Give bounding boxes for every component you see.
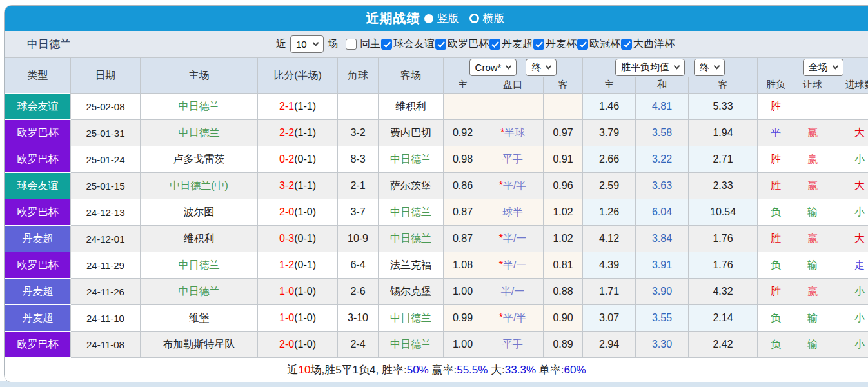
league-checkbox-5[interactable] [621, 39, 632, 50]
league-checkbox-1[interactable] [435, 39, 446, 50]
handicap-line-text: 半/一 [503, 233, 526, 244]
vertical-layout-radio[interactable] [424, 14, 433, 23]
league-label-4[interactable]: 欧冠杯 [589, 37, 620, 51]
cell-result: 负 [758, 332, 794, 358]
same-home-checkbox[interactable] [346, 39, 357, 50]
cell-away-team[interactable]: 费内巴切 [379, 120, 444, 146]
cell-home-team[interactable]: 布加勒斯特星队 [141, 332, 258, 358]
col-header-date: 日期 [71, 58, 141, 94]
match-row-5: 丹麦超24-12-01维积利0-3(0-1)10-9中日德兰0.87*半/一1.… [5, 226, 868, 252]
cell-goals-result: 大 [831, 120, 868, 146]
fulltime-score: 0-3 [279, 233, 294, 244]
cell-away-team[interactable]: 中日德兰 [379, 305, 444, 332]
sub-header-0: 主 [444, 77, 482, 94]
league-label-0[interactable]: 球会友谊 [393, 37, 435, 51]
cell-lose-odds: 2.71 [689, 146, 758, 173]
league-label-3[interactable]: 丹麦杯 [546, 37, 577, 51]
handicap-state-select[interactable]: 终 [526, 59, 557, 76]
cell-away-team[interactable]: 中日德兰 [379, 199, 444, 226]
filter-controls-row: 中日德兰 近 10 场 同主 球会友谊欧罗巴杯丹麦超丹麦杯欧冠杯大西洋杯 [5, 31, 868, 57]
league-label-2[interactable]: 丹麦超 [502, 37, 533, 51]
footer-part-6: 55.5% [457, 364, 488, 376]
cell-corners: 10-9 [338, 226, 379, 252]
cell-home-team[interactable]: 维堡 [141, 305, 258, 332]
team-name: 中日德兰 [27, 37, 71, 52]
bookmaker-select[interactable]: Crow* [469, 59, 517, 76]
handicap-state-value: 终 [531, 61, 541, 74]
league-checkbox-0[interactable] [381, 39, 392, 50]
sub-header-3: 主 [583, 77, 636, 94]
league-label-1[interactable]: 欧罗巴杯 [448, 37, 489, 51]
footer-part-2: 场,胜5平1负4, [310, 364, 382, 376]
games-label: 场 [328, 37, 338, 51]
halftime-score: (0-1) [294, 233, 316, 244]
odds-avg-select[interactable]: 胜平负均值 [615, 59, 685, 76]
cell-away-team[interactable]: 萨尔茨堡 [379, 173, 444, 199]
cell-handicap-home-odds: 0.92 [444, 120, 482, 146]
cell-score: 0-2(0-1) [258, 146, 338, 173]
league-label-5[interactable]: 大西洋杯 [633, 37, 675, 51]
same-home-label[interactable]: 同主 [360, 37, 380, 51]
cell-away-team[interactable]: 中日德兰 [379, 226, 444, 252]
fulltime-score: 2-1 [279, 101, 294, 112]
cell-handicap-home-odds: 1.00 [444, 279, 482, 305]
cell-goals-result: 大 [831, 173, 868, 199]
halftime-score: (1-0) [294, 286, 316, 297]
league-checkbox-4[interactable] [577, 39, 588, 50]
cell-home-team[interactable]: 中日德兰 [141, 94, 258, 120]
sub-header-5: 客 [689, 77, 758, 94]
cell-league-type: 欧罗巴杯 [5, 146, 71, 173]
cell-away-team[interactable]: 中日德兰 [379, 332, 444, 358]
cell-lose-odds: 2.14 [689, 305, 758, 332]
fulltime-score: 0-2 [279, 154, 294, 164]
cell-handicap-home-odds: 0.99 [444, 305, 482, 332]
cell-lose-odds: 1.76 [689, 252, 758, 279]
cell-away-team[interactable]: 锡尔克堡 [379, 279, 444, 305]
cell-home-team[interactable]: 中日德兰(中) [141, 173, 258, 199]
horizontal-layout-label[interactable]: 横版 [483, 11, 505, 26]
odds-state-select[interactable]: 终 [694, 59, 725, 76]
cell-win-odds: 1.71 [583, 279, 636, 305]
cell-score: 2-0(1-0) [258, 199, 338, 226]
cell-handicap-away-odds: 0.90 [544, 305, 583, 332]
cell-away-team[interactable]: 中日德兰 [379, 146, 444, 173]
cell-handicap-result: 赢 [794, 226, 831, 252]
cell-home-team[interactable]: 维积利 [141, 226, 258, 252]
cell-handicap-line: 平手 [482, 332, 544, 358]
cell-league-type: 球会友谊 [5, 173, 71, 199]
cell-league-type: 丹麦超 [5, 305, 71, 332]
odds-state-value: 终 [700, 61, 709, 74]
chevron-down-icon [546, 63, 552, 70]
scope-select-value: 全场 [809, 61, 828, 74]
cell-home-team[interactable]: 中日德兰 [141, 279, 258, 305]
horizontal-layout-radio[interactable] [469, 14, 479, 23]
cell-win-odds: 2.66 [583, 146, 636, 173]
league-checkbox-3[interactable] [533, 39, 544, 50]
cell-win-odds: 1.46 [583, 94, 636, 120]
cell-corners: 3-7 [338, 199, 379, 226]
cell-draw-odds: 3.55 [636, 305, 689, 332]
match-row-9: 欧罗巴杯24-11-08布加勒斯特星队2-0(1-0)2-4中日德兰1.00平手… [5, 332, 868, 358]
cell-win-odds: 2.59 [583, 173, 636, 199]
summary-footer: 近10场,胜5平1负4, 胜率:50% 赢率:55.5% 大:33.3% 单率:… [5, 358, 868, 382]
footer-part-3: 胜率: [382, 364, 407, 376]
cell-home-team[interactable]: 波尔图 [141, 199, 258, 226]
cell-win-odds: 3.07 [583, 305, 636, 332]
cell-league-type: 欧罗巴杯 [5, 199, 71, 226]
cell-date: 24-12-13 [71, 199, 141, 226]
cell-score: 1-2(0-1) [258, 252, 338, 279]
cell-home-team[interactable]: 卢多戈雷茨 [141, 146, 258, 173]
cell-away-team[interactable]: 法兰克福 [379, 252, 444, 279]
match-row-8: 丹麦超24-11-10维堡1-0(1-0)3-10中日德兰0.99*平/半0.9… [5, 305, 868, 332]
cell-handicap-away-odds: 0.97 [544, 120, 583, 146]
cell-handicap-home-odds: 1.08 [444, 252, 482, 279]
scope-select[interactable]: 全场 [803, 59, 843, 76]
cell-home-team[interactable]: 中日德兰 [141, 120, 258, 146]
cell-away-team[interactable]: 维积利 [379, 94, 444, 120]
footer-part-1: 10 [298, 364, 310, 376]
match-row-6: 欧罗巴杯24-11-29中日德兰1-2(0-1)6-4法兰克福1.08*半/一0… [5, 252, 868, 279]
league-checkbox-2[interactable] [489, 39, 500, 50]
match-count-select[interactable]: 10 [290, 35, 324, 53]
vertical-layout-label[interactable]: 竖版 [437, 11, 459, 26]
cell-home-team[interactable]: 中日德兰 [141, 252, 258, 279]
